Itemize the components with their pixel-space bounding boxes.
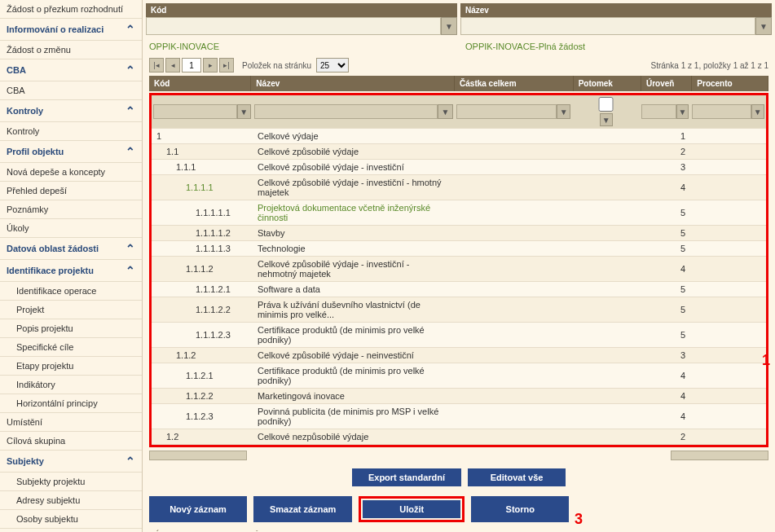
cell-castka bbox=[455, 282, 573, 297]
filter-icon[interactable]: ▼ bbox=[557, 104, 571, 119]
annotation-3: 3 bbox=[575, 511, 583, 528]
filter-icon[interactable]: ▼ bbox=[676, 104, 689, 119]
form-nazev-label: NÁZEV bbox=[249, 529, 768, 532]
th-uroven[interactable]: Úroveň bbox=[641, 76, 691, 91]
cell-uroven: 1 bbox=[640, 129, 690, 144]
table-row[interactable]: 1.1.1.1.3 Technologie 5 bbox=[152, 241, 766, 257]
cell-castka bbox=[455, 429, 573, 445]
filter-icon[interactable]: ▼ bbox=[600, 113, 613, 126]
col-filter-castka[interactable] bbox=[456, 104, 557, 119]
table-row[interactable]: 1.2 Celkové nezpůsobilé výdaje 2 bbox=[152, 429, 766, 445]
cell-potomek bbox=[572, 241, 640, 257]
sidebar-item-prehled-depesi[interactable]: Přehled depeší bbox=[0, 182, 142, 200]
filter-icon[interactable]: ▼ bbox=[751, 104, 764, 119]
cell-nazev: Celkové nezpůsobilé výdaje bbox=[258, 432, 368, 442]
th-procento[interactable]: Procento bbox=[692, 76, 768, 91]
cell-potomek bbox=[572, 200, 640, 226]
table-row[interactable]: 1.1.1.1.2 Stavby 5 bbox=[152, 226, 766, 241]
export-button[interactable]: Export standardní bbox=[352, 468, 461, 486]
cell-kod: 1.1.2 bbox=[176, 350, 196, 360]
sidebar-item-indikatory[interactable]: Indikátory bbox=[0, 376, 142, 394]
table-row[interactable]: 1.1.1.1 Celkové způsobilé výdaje - inves… bbox=[152, 175, 766, 200]
table-row[interactable]: 1.1 Celkové způsobilé výdaje 2 bbox=[152, 144, 766, 160]
filter-icon[interactable]: ▼ bbox=[755, 17, 772, 35]
col-filter-uroven[interactable] bbox=[641, 104, 676, 119]
sidebar-item-cba-header[interactable]: CBA⌃ bbox=[0, 59, 142, 81]
sidebar-item-identifikace-operace[interactable]: Identifikace operace bbox=[0, 282, 142, 301]
pager-last-icon[interactable]: ▸| bbox=[219, 58, 234, 73]
sidebar-item-kontroly-header[interactable]: Kontroly⌃ bbox=[0, 100, 142, 122]
sidebar-item-etapy[interactable]: Etapy projektu bbox=[0, 357, 142, 376]
pager-prev-icon[interactable]: ◂ bbox=[165, 58, 180, 73]
table-row[interactable]: 1 Celkové výdaje 1 bbox=[152, 129, 766, 144]
scroll-hint-right[interactable] bbox=[671, 451, 768, 460]
sidebar-item-profil[interactable]: Profil objektu⌃ bbox=[0, 141, 142, 163]
col-filter-nazev[interactable] bbox=[254, 104, 438, 119]
sidebar-item-osoby[interactable]: Osoby subjektu bbox=[0, 510, 142, 529]
th-potomek[interactable]: Potomek bbox=[573, 76, 641, 91]
table-row[interactable]: 1.1.2.3 Povinná publicita (de minimis pr… bbox=[152, 404, 766, 429]
sidebar-item-datova-oblast[interactable]: Datová oblast žádosti⌃ bbox=[0, 238, 142, 260]
sidebar-item-prezkum[interactable]: Žádost o přezkum rozhodnutí bbox=[0, 0, 142, 19]
table-row[interactable]: 1.1.1 Celkové způsobilé výdaje - investi… bbox=[152, 160, 766, 175]
sidebar-item-identifikace[interactable]: Identifikace projektu⌃ bbox=[0, 260, 142, 282]
pager-first-icon[interactable]: |◂ bbox=[149, 58, 164, 73]
cell-nazev: Celkové způsobilé výdaje bbox=[258, 147, 359, 156]
table-row[interactable]: 1.1.2.1 Certifikace produktů (de minimis… bbox=[152, 363, 766, 389]
table-row[interactable]: 1.1.1.2 Celkové způsobilé výdaje - inves… bbox=[152, 257, 766, 282]
sidebar-item-poznamky[interactable]: Poznámky bbox=[0, 200, 142, 219]
save-button[interactable]: Uložit bbox=[363, 500, 460, 518]
result-nazev-link[interactable]: OPPIK-INOVACE-Plná žádost bbox=[459, 38, 775, 55]
pager-page-input[interactable] bbox=[182, 58, 201, 73]
sidebar-item-cilova-skupina[interactable]: Cílová skupina bbox=[0, 432, 142, 451]
table-row[interactable]: 1.1.1.1.1 Projektová dokumentace včetně … bbox=[152, 200, 766, 226]
th-nazev[interactable]: Název bbox=[251, 76, 455, 91]
sidebar-item-adresy[interactable]: Adresy subjektu bbox=[0, 491, 142, 510]
cell-procento bbox=[690, 429, 766, 445]
scroll-hint-left[interactable] bbox=[149, 451, 247, 460]
result-kod-link[interactable]: OPPIK-INOVACE bbox=[143, 38, 459, 55]
cell-kod: 1.1.1.1.3 bbox=[196, 244, 231, 253]
per-page-select[interactable]: 25 bbox=[316, 58, 349, 73]
filter-icon[interactable]: ▼ bbox=[237, 104, 251, 119]
col-filter-procento[interactable] bbox=[692, 104, 751, 119]
cell-procento bbox=[690, 389, 766, 404]
sidebar-item-subjekty-header[interactable]: Subjekty⌃ bbox=[0, 451, 142, 473]
sidebar-item-ucty[interactable]: Účty subjektu bbox=[0, 529, 142, 532]
sidebar-item-popis-projektu[interactable]: Popis projektu bbox=[0, 319, 142, 338]
table-row[interactable]: 1.1.2.2 Marketingová inovace 4 bbox=[152, 389, 766, 404]
table-row[interactable]: 1.1.2 Celkové způsobilé výdaje - neinves… bbox=[152, 348, 766, 363]
col-filter-potomek-check[interactable] bbox=[574, 97, 638, 112]
col-filter-kod[interactable] bbox=[153, 104, 237, 119]
th-kod[interactable]: Kód bbox=[149, 76, 251, 91]
sidebar-item-umisteni[interactable]: Umístění bbox=[0, 413, 142, 432]
pager-next-icon[interactable]: ▸ bbox=[203, 58, 218, 73]
sidebar-item-zmenu[interactable]: Žádost o změnu bbox=[0, 41, 142, 59]
sidebar-item-subjekty-projektu[interactable]: Subjekty projektu bbox=[0, 473, 142, 491]
filter-nazev-input[interactable] bbox=[460, 17, 755, 35]
sidebar-item-horizontalni[interactable]: Horizontální principy bbox=[0, 394, 142, 413]
sidebar-item-cba[interactable]: CBA bbox=[0, 81, 142, 100]
table-row[interactable]: 1.1.1.2.2 Práva k užívání duševního vlas… bbox=[152, 297, 766, 323]
delete-record-button[interactable]: Smazat záznam bbox=[253, 496, 352, 522]
cell-uroven: 4 bbox=[640, 175, 690, 200]
sidebar-item-informovani[interactable]: Informování o realizaci⌃ bbox=[0, 19, 142, 41]
table-row[interactable]: 1.1.1.2.1 Software a data 5 bbox=[152, 282, 766, 297]
th-castka[interactable]: Částka celkem bbox=[455, 76, 574, 91]
cancel-button[interactable]: Storno bbox=[471, 496, 569, 522]
new-record-button[interactable]: Nový záznam bbox=[149, 496, 247, 522]
sidebar-item-kontroly[interactable]: Kontroly bbox=[0, 122, 142, 141]
filter-icon[interactable]: ▼ bbox=[438, 104, 453, 119]
sidebar-item-ukoly[interactable]: Úkoly bbox=[0, 219, 142, 238]
cell-nazev: Marketingová inovace bbox=[258, 391, 345, 401]
edit-all-button[interactable]: Editovat vše bbox=[468, 468, 566, 486]
filter-icon[interactable]: ▼ bbox=[441, 17, 457, 35]
cell-procento bbox=[690, 144, 766, 160]
cell-procento bbox=[690, 241, 766, 257]
sidebar-item-depese[interactable]: Nová depeše a koncepty bbox=[0, 163, 142, 182]
cell-nazev: Stavby bbox=[258, 228, 285, 238]
sidebar-item-projekt[interactable]: Projekt bbox=[0, 301, 142, 319]
table-row[interactable]: 1.1.1.2.3 Certifikace produktů (de minim… bbox=[152, 323, 766, 348]
filter-kod-input[interactable] bbox=[146, 17, 441, 35]
sidebar-item-specificke-cile[interactable]: Specifické cíle bbox=[0, 338, 142, 357]
